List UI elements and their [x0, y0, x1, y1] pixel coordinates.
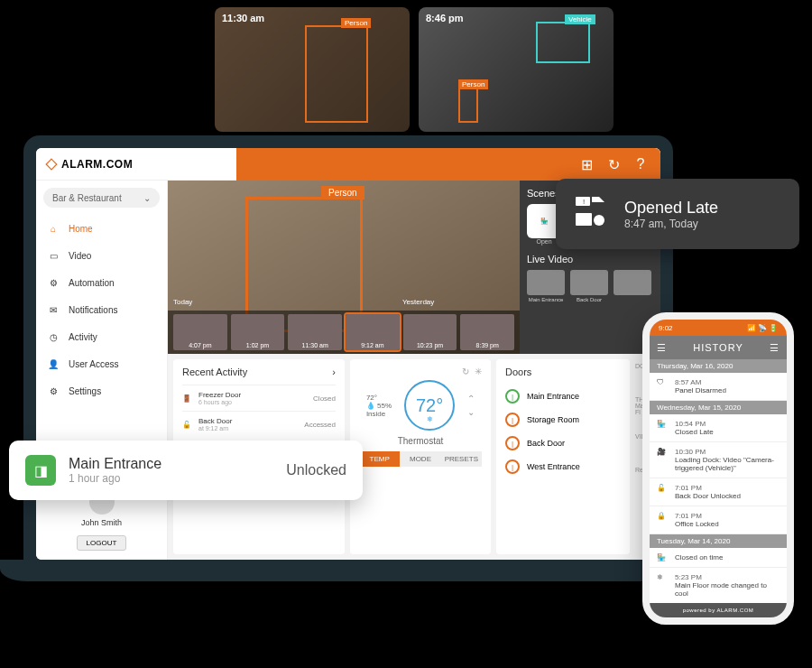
brand-logo: ALARM.COM	[45, 158, 133, 171]
menu-icon[interactable]: ☰	[657, 342, 667, 354]
door-row[interactable]: |Main Entrance	[505, 385, 621, 408]
video-icon: ▭	[47, 251, 60, 261]
sidebar-item-home[interactable]: ⌂Home	[36, 215, 167, 242]
history-item[interactable]: ❄5:23 PMMain Floor mode changed to cool	[650, 568, 787, 604]
svg-point-2	[594, 215, 604, 226]
phone-footer: powered by ALARM.COM	[650, 603, 787, 617]
door-row[interactable]: |West Entrance	[505, 455, 621, 478]
thermostat-setpoint[interactable]: 72°❄	[404, 380, 455, 431]
day-header: Wednesday, Mar 15, 2020	[650, 401, 787, 414]
brand-text: ALARM.COM	[61, 158, 133, 171]
hero-video-player[interactable]: Person Today Yesterday 4:07 pm 1:02 pm 1…	[168, 181, 520, 354]
automation-icon: ⚙	[47, 278, 60, 288]
logout-button[interactable]: LOGOUT	[77, 535, 127, 551]
history-item[interactable]: 🔒7:01 PMOffice Locked	[650, 506, 787, 534]
thermostat-card: ↻ ✳ 72° 💧 55% Inside 72°❄ ⌃	[350, 359, 491, 554]
clip-thumb[interactable]: 11:30 am	[288, 314, 342, 350]
chevron-right-icon: ›	[332, 366, 336, 377]
detection-label: Person	[321, 186, 364, 199]
toast-subtitle: 8:47 am, Today	[624, 218, 718, 230]
layout-icon[interactable]: ⊞	[579, 157, 594, 172]
live-video-thumb[interactable]: Back Door	[570, 270, 608, 302]
detection-label: Vehicle	[565, 14, 595, 24]
detection-label: Person	[341, 18, 371, 28]
clip-thumb[interactable]: 8:39 pm	[460, 314, 514, 350]
phone-statusbar: 9:02 📶 📡 🔋	[650, 320, 787, 336]
door-row[interactable]: |Back Door	[505, 431, 621, 455]
refresh-icon[interactable]: ↻	[606, 157, 621, 172]
store-icon: 🏪	[657, 553, 668, 561]
sidebar-item-notifications[interactable]: ✉Notifications	[36, 296, 167, 323]
history-list[interactable]: Thursday, Mar 16, 2020 🛡8:57 AMPanel Dis…	[650, 359, 787, 604]
popup-state: Unlocked	[286, 462, 346, 478]
clip-thumb[interactable]: 4:07 pm	[173, 314, 227, 350]
filter-icon[interactable]: ☰	[770, 342, 780, 354]
cool-icon: ❄	[657, 573, 668, 581]
sidebar-item-settings[interactable]: ⚙Settings	[36, 377, 167, 404]
history-item[interactable]: 🔓7:01 PMBack Door Unlocked	[650, 478, 787, 506]
door-status-icon: |	[505, 389, 520, 404]
activity-row[interactable]: 🚪Freezer Door6 hours ago Closed	[182, 385, 336, 411]
shield-icon: 🛡	[657, 378, 668, 386]
user-access-icon: 👤	[47, 359, 60, 369]
sidebar-item-activity[interactable]: ◷Activity	[36, 323, 167, 350]
history-item[interactable]: 🛡8:57 AMPanel Disarmed	[650, 373, 787, 401]
main-entrance-popup[interactable]: ◨ Main Entrance 1 hour ago Unlocked	[9, 441, 363, 500]
thermostat-tabs: TEMP MODE PRESETS	[359, 451, 482, 467]
thermo-tab-mode[interactable]: MODE	[400, 451, 440, 467]
chevron-down-icon: ⌄	[143, 193, 151, 203]
thumb-timestamp: 11:30 am	[222, 13, 264, 23]
door-status-icon: |	[505, 459, 520, 474]
temp-up-button[interactable]: ⌃	[467, 394, 475, 404]
alert-store-icon: !	[574, 193, 610, 236]
day-header: Thursday, Mar 16, 2020	[650, 359, 787, 373]
clip-thumb[interactable]: 1:02 pm	[231, 314, 285, 350]
detection-box-person	[458, 87, 478, 123]
thermo-tab-temp[interactable]: TEMP	[359, 451, 400, 467]
thermo-fan-icon[interactable]: ✳	[475, 366, 482, 376]
detection-box	[305, 25, 368, 123]
door-status-icon: |	[505, 413, 520, 427]
sidebar-item-user-access[interactable]: 👤User Access	[36, 350, 167, 377]
temp-down-button[interactable]: ⌄	[467, 407, 475, 417]
history-item[interactable]: 🏪Closed on time	[650, 548, 787, 568]
toast-title: Opened Late	[624, 199, 718, 218]
thermo-refresh-icon[interactable]: ↻	[462, 366, 469, 376]
history-item[interactable]: 🎥10:30 PMLoading Dock: Video "Camera-tri…	[650, 442, 787, 478]
store-icon: 🏪	[657, 420, 668, 428]
thermo-tab-presets[interactable]: PRESETS	[441, 451, 482, 467]
strip-label-today: Today	[173, 298, 192, 306]
history-item[interactable]: 🏪10:54 PMClosed Late	[650, 414, 787, 442]
sidebar-item-video[interactable]: ▭Video	[36, 242, 167, 269]
recent-activity-header[interactable]: Recent Activity›	[182, 366, 336, 377]
activity-icon: ◷	[47, 332, 60, 342]
opened-late-toast[interactable]: ! Opened Late 8:47 am, Today	[556, 179, 799, 249]
top-camera-thumbnails: 11:30 am Person 8:46 pm Vehicle Person	[215, 7, 614, 132]
detection-label: Person	[458, 79, 488, 89]
help-icon[interactable]: ?	[633, 157, 648, 172]
signal-icons: 📶 📡 🔋	[747, 324, 778, 332]
clip-thumb-active[interactable]: 9:12 am	[346, 314, 400, 350]
lock-icon: 🔒	[657, 512, 668, 520]
clip-strip: Today Yesterday 4:07 pm 1:02 pm 11:30 am…	[168, 311, 520, 354]
location-label: Bar & Restaurant	[52, 193, 122, 203]
sidebar-item-automation[interactable]: ⚙Automation	[36, 269, 167, 296]
live-video-thumb[interactable]: Main Entrance	[527, 270, 565, 302]
location-selector[interactable]: Bar & Restaurant ⌄	[43, 188, 160, 208]
notifications-icon: ✉	[47, 305, 60, 315]
live-video-header[interactable]: Live Video	[527, 254, 653, 264]
camera-thumb-1[interactable]: 11:30 am Person	[215, 7, 410, 132]
settings-icon: ⚙	[47, 386, 60, 396]
user-name: John Smith	[45, 518, 158, 527]
svg-rect-1	[576, 213, 592, 226]
clip-thumb[interactable]: 10:23 pm	[403, 314, 457, 350]
camera-thumb-2[interactable]: 8:46 pm Vehicle Person	[419, 7, 614, 132]
phone-frame: 9:02 📶 📡 🔋 ☰ HISTORY ☰ Thursday, Mar 16,…	[642, 312, 794, 625]
popup-subtitle: 1 hour ago	[69, 472, 161, 485]
phone-title: HISTORY	[693, 342, 743, 353]
day-header: Tuesday, Mar 14, 2020	[650, 534, 787, 548]
door-row[interactable]: |Storage Room	[505, 408, 621, 431]
unlock-icon: 🔓	[657, 484, 668, 492]
live-video-thumb[interactable]	[614, 270, 651, 302]
activity-row[interactable]: 🔓Back Doorat 9:12 am Accessed	[182, 411, 336, 437]
